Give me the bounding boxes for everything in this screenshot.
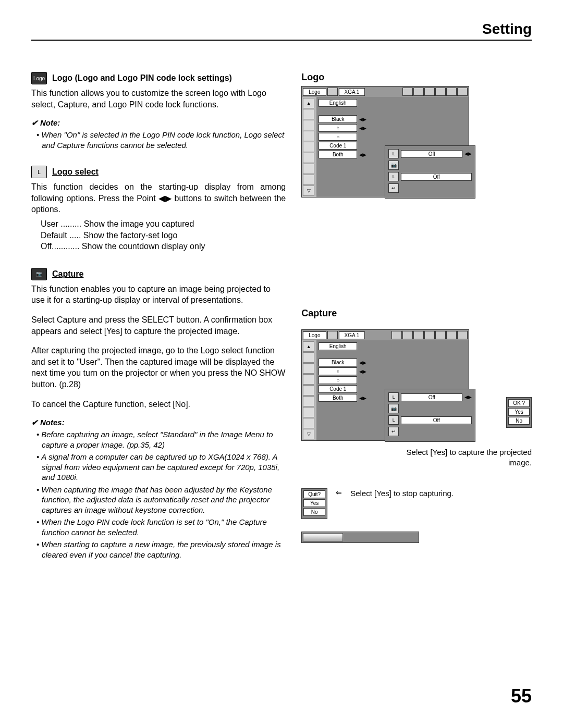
menu-mode-2: XGA 1 xyxy=(339,331,365,339)
menu-row-code1: Code 1 xyxy=(319,142,357,150)
lr-arrows-icon: ◀▶ xyxy=(359,126,366,131)
lr-arrows-icon: ◀▶ xyxy=(359,369,366,374)
top-icon xyxy=(402,331,413,339)
logo-section-head: Logo Logo (Logo and Logo PIN code lock s… xyxy=(31,72,286,84)
sub-off-1b: Off xyxy=(401,393,462,401)
lr-arrows-icon: ◀▶ xyxy=(359,117,366,122)
quit-box: Quit? Yes No xyxy=(301,488,327,519)
capture-para4: To cancel the Capture function, select [… xyxy=(31,399,286,410)
quit-row: Quit? Yes No ⇐ Select [Yes] to stop capt… xyxy=(301,488,532,519)
menu-row-3: ♀ xyxy=(319,124,357,132)
lr-arrows-icon: ◀▶ xyxy=(359,396,366,401)
note-head-1: Note: xyxy=(31,118,286,128)
confirm-no: No xyxy=(508,417,530,425)
menu-tab-logo-1: Logo xyxy=(303,88,326,96)
sub-panel-2: LOff◀▶ 📷 LOff ↩ xyxy=(385,389,475,442)
menu-row-black: Black xyxy=(319,115,357,123)
opt-off: Off............ Show the countdown displ… xyxy=(41,241,286,252)
capture-para1: This function enables you to capture an … xyxy=(31,283,286,306)
note-1: When "On" is selected in the Logo PIN co… xyxy=(42,130,286,150)
sub-cam-icon-2: 📷 xyxy=(388,404,399,413)
menu-row-english: English xyxy=(319,99,357,107)
top-icon xyxy=(402,88,413,96)
quit-yes: Yes xyxy=(303,499,325,507)
side-icon xyxy=(303,363,314,374)
quit-label: Quit? xyxy=(303,490,325,498)
logo-select-para: This function decides on the starting-up… xyxy=(31,181,286,215)
side-icon xyxy=(303,131,314,141)
sub-l-icon-2: L xyxy=(388,392,399,402)
caption-2: Select [Yes] to stop capturing. xyxy=(350,488,454,499)
right-logo-title: Logo xyxy=(301,72,532,83)
side-icon xyxy=(303,120,314,130)
sub-l-icon: L xyxy=(388,149,399,158)
menu-sidebar-1: ▲ ▽ xyxy=(302,97,316,197)
caption-1: Select [Yes] to capture the projected im… xyxy=(395,447,532,467)
note-c3: When capturing the image that has been a… xyxy=(42,485,286,515)
quit-arrow-icon: ⇐ xyxy=(336,488,342,497)
menu-tab-logo-2: Logo xyxy=(303,331,326,339)
side-icon xyxy=(303,374,314,385)
menu-row-code1-2: Code 1 xyxy=(319,385,357,393)
sub-lock-icon: L xyxy=(388,172,399,181)
topbar-icon xyxy=(327,331,338,339)
top-icon xyxy=(424,88,435,96)
side-up-icon: ▲ xyxy=(303,341,314,352)
capture-para2: Select Capture and press the SELECT butt… xyxy=(31,314,286,337)
top-icon xyxy=(435,88,446,96)
menu-mode-1: XGA 1 xyxy=(339,88,365,96)
top-icon xyxy=(446,88,457,96)
opt-user: User ......... Show the image you captur… xyxy=(41,218,286,230)
page-header: Setting xyxy=(31,21,532,41)
side-icon xyxy=(303,109,314,119)
side-icon xyxy=(303,175,314,185)
capture-menu-figure: Logo XGA 1 xyxy=(301,329,532,543)
menu-sidebar-2: ▲ ▽ xyxy=(302,340,316,440)
sub-off-1: Off xyxy=(401,150,462,158)
side-icon xyxy=(303,407,314,417)
sub-exit-icon-2: ↩ xyxy=(388,427,399,436)
menu-row-both: Both xyxy=(319,151,357,158)
logo-icon: Logo xyxy=(31,72,47,84)
logo-select-icon: L xyxy=(31,166,47,178)
side-down-icon: ▽ xyxy=(303,186,314,196)
logo-menu-figure: Logo XGA 1 xyxy=(301,86,532,199)
page-number: 55 xyxy=(511,685,532,707)
top-icon xyxy=(391,331,402,339)
logo-select-title: Logo select xyxy=(52,167,99,177)
menu-row-4-2: ○ xyxy=(319,376,357,384)
sub-off-2b: Off xyxy=(401,416,472,424)
right-capture-title: Capture xyxy=(301,308,532,319)
menu-row-4: ○ xyxy=(319,133,357,141)
menu-topbar-2: Logo XGA 1 xyxy=(302,330,469,340)
sub-lock-icon-2: L xyxy=(388,415,399,425)
top-icon xyxy=(413,331,424,339)
quit-no: No xyxy=(303,508,325,516)
menu-row-3-2: ♀ xyxy=(319,367,357,375)
confirm-ok: OK ? xyxy=(508,399,530,407)
top-icon xyxy=(457,331,468,339)
top-icon xyxy=(413,88,424,96)
top-icon xyxy=(424,331,435,339)
left-column: Logo Logo (Logo and Logo PIN code lock s… xyxy=(31,72,286,562)
side-icon xyxy=(303,164,314,174)
capture-para3: After capturing the projected image, go … xyxy=(31,345,286,390)
confirm-yes: Yes xyxy=(508,408,530,416)
side-icon xyxy=(303,142,314,152)
sub-cam-icon: 📷 xyxy=(388,161,399,170)
lr-arrows-icon: ◀▶ xyxy=(464,394,472,400)
content-columns: Logo Logo (Logo and Logo PIN code lock s… xyxy=(31,72,532,562)
progress-bar xyxy=(301,532,419,543)
logo-select-head: L Logo select xyxy=(31,166,286,178)
side-down-icon: ▽ xyxy=(303,429,314,439)
right-column: Logo Logo XGA 1 xyxy=(301,72,532,562)
lr-arrows-icon: ◀▶ xyxy=(359,152,366,157)
side-icon xyxy=(303,418,314,428)
confirm-box: OK ? Yes No xyxy=(506,397,532,428)
sub-off-2: Off xyxy=(401,173,472,181)
topbar-icon xyxy=(327,88,338,96)
note-c5: When starting to capture a new image, th… xyxy=(42,539,286,560)
note-c2: A signal from a computer can be captured… xyxy=(42,452,286,483)
capture-title: Capture xyxy=(52,269,83,279)
menu-topbar-1: Logo XGA 1 xyxy=(302,87,469,97)
